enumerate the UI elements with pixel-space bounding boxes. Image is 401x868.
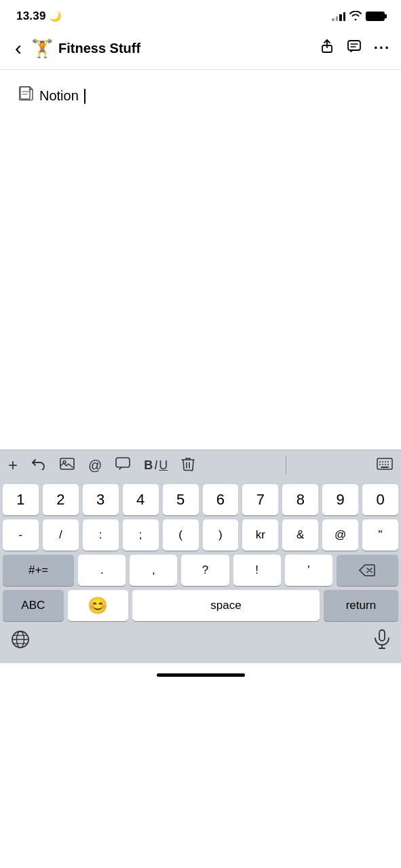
toolbar-image-button[interactable] bbox=[60, 457, 75, 474]
keyboard-symbols-row1: - / : ; ( ) kr & @ " bbox=[0, 515, 401, 551]
toolbar-biu-group: B I U bbox=[144, 458, 168, 473]
svg-rect-7 bbox=[116, 458, 130, 467]
signal-icon bbox=[332, 12, 345, 21]
key-kr[interactable]: kr bbox=[242, 519, 278, 551]
home-indicator bbox=[0, 663, 401, 686]
home-bar bbox=[157, 673, 245, 677]
svg-rect-23 bbox=[379, 630, 385, 641]
keyboard-numbers-row: 1 2 3 4 5 6 7 8 9 0 bbox=[0, 480, 401, 515]
toolbar-undo-button[interactable] bbox=[31, 458, 46, 473]
nav-bar: ‹ 🏋️ Fitness Stuff ··· bbox=[0, 30, 401, 70]
italic-button[interactable]: I bbox=[154, 458, 157, 473]
status-time: 13.39 bbox=[16, 9, 46, 23]
toolbar-right bbox=[377, 458, 393, 473]
key-comma[interactable]: , bbox=[130, 555, 177, 586]
key-open-paren[interactable]: ( bbox=[163, 519, 199, 551]
page-icon bbox=[19, 86, 34, 106]
key-4[interactable]: 4 bbox=[123, 484, 159, 515]
key-2[interactable]: 2 bbox=[43, 484, 79, 515]
svg-rect-4 bbox=[20, 87, 30, 99]
nav-title: Fitness Stuff bbox=[58, 41, 140, 56]
keyboard-symbols-row2: #+= . , ? ! ' bbox=[0, 551, 401, 586]
mic-button[interactable] bbox=[374, 629, 390, 654]
space-button[interactable]: space bbox=[132, 590, 320, 621]
key-8[interactable]: 8 bbox=[282, 484, 318, 515]
key-semicolon[interactable]: ; bbox=[123, 519, 159, 551]
status-bar: 13.39 🌙 bbox=[0, 0, 401, 30]
abc-button[interactable]: ABC bbox=[3, 590, 64, 621]
key-colon[interactable]: : bbox=[83, 519, 119, 551]
key-ampersand[interactable]: & bbox=[282, 519, 318, 551]
key-hashplus[interactable]: #+= bbox=[3, 555, 74, 586]
note-text: Notion bbox=[39, 88, 79, 104]
key-9[interactable]: 9 bbox=[322, 484, 358, 515]
status-right bbox=[332, 11, 385, 22]
return-button[interactable]: return bbox=[324, 590, 398, 621]
note-line: Notion bbox=[19, 86, 382, 106]
key-3[interactable]: 3 bbox=[83, 484, 119, 515]
backspace-button[interactable] bbox=[337, 555, 398, 586]
nav-emoji: 🏋️ bbox=[31, 38, 53, 59]
battery-icon bbox=[366, 12, 385, 21]
key-apostrophe[interactable]: ' bbox=[285, 555, 332, 586]
text-cursor bbox=[84, 89, 85, 104]
keyboard-bottom-keys: ABC 😊 space return bbox=[0, 586, 401, 624]
wifi-icon bbox=[349, 11, 362, 22]
key-quote[interactable]: " bbox=[362, 519, 398, 551]
keyboard-extras-row bbox=[0, 625, 401, 663]
bold-button[interactable]: B bbox=[144, 458, 153, 473]
moon-icon: 🌙 bbox=[50, 11, 61, 22]
nav-title-group: 🏋️ Fitness Stuff bbox=[31, 38, 320, 59]
key-at[interactable]: @ bbox=[322, 519, 358, 551]
key-1[interactable]: 1 bbox=[3, 484, 39, 515]
more-button[interactable]: ··· bbox=[374, 39, 390, 57]
key-exclaim[interactable]: ! bbox=[233, 555, 281, 586]
toolbar-keyboard-button[interactable] bbox=[377, 458, 393, 473]
key-minus[interactable]: - bbox=[3, 519, 39, 551]
toolbar-plus-button[interactable]: + bbox=[8, 456, 18, 475]
keyboard[interactable]: 1 2 3 4 5 6 7 8 9 0 - / : ; ( ) kr & @ "… bbox=[0, 480, 401, 663]
share-button[interactable] bbox=[320, 39, 335, 58]
key-close-paren[interactable]: ) bbox=[203, 519, 239, 551]
key-0[interactable]: 0 bbox=[362, 484, 398, 515]
toolbar-left: + @ B I U bbox=[8, 456, 195, 475]
key-5[interactable]: 5 bbox=[163, 484, 199, 515]
key-slash[interactable]: / bbox=[43, 519, 79, 551]
emoji-button[interactable]: 😊 bbox=[68, 590, 129, 621]
globe-button[interactable] bbox=[11, 630, 30, 653]
toolbar-bubble-button[interactable] bbox=[115, 457, 130, 474]
nav-actions: ··· bbox=[320, 39, 390, 58]
toolbar-at-button[interactable]: @ bbox=[88, 458, 102, 473]
comment-button[interactable] bbox=[347, 39, 362, 58]
key-period[interactable]: . bbox=[78, 555, 126, 586]
key-7[interactable]: 7 bbox=[242, 484, 278, 515]
content-area[interactable]: Notion bbox=[0, 70, 401, 450]
toolbar-divider bbox=[286, 456, 286, 475]
svg-rect-1 bbox=[348, 41, 360, 50]
keyboard-toolbar: + @ B I U bbox=[0, 450, 401, 480]
back-button[interactable]: ‹ bbox=[11, 35, 26, 61]
underline-button[interactable]: U bbox=[159, 458, 168, 473]
toolbar-trash-button[interactable] bbox=[181, 456, 195, 475]
key-6[interactable]: 6 bbox=[203, 484, 239, 515]
key-question[interactable]: ? bbox=[181, 555, 229, 586]
